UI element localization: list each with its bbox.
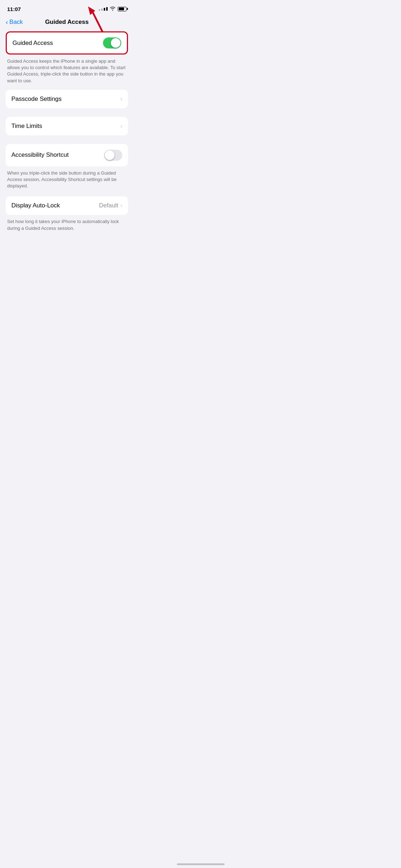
display-auto-lock-description: Set how long it takes your iPhone to aut…: [6, 217, 128, 237]
status-icons: [99, 6, 127, 12]
display-auto-lock-section: Display Auto-Lock Default › Set how long…: [6, 196, 128, 237]
display-auto-lock-value: Default: [99, 202, 118, 209]
display-auto-lock-row[interactable]: Display Auto-Lock Default ›: [6, 196, 128, 215]
accessibility-shortcut-section: Accessibility Shortcut When you triple-c…: [6, 144, 128, 197]
back-button[interactable]: ‹ Back: [6, 19, 23, 26]
accessibility-shortcut-row[interactable]: Accessibility Shortcut: [6, 144, 128, 166]
toggle-thumb: [111, 38, 120, 48]
battery-icon: [118, 7, 127, 11]
wifi-icon: [110, 6, 115, 12]
nav-title: Guided Access: [45, 19, 88, 26]
accessibility-shortcut-label: Accessibility Shortcut: [11, 151, 69, 159]
time-limits-chevron-icon: ›: [120, 123, 122, 129]
guided-access-toggle[interactable]: [103, 37, 121, 48]
passcode-settings-row[interactable]: Passcode Settings ›: [6, 90, 128, 108]
accessibility-shortcut-toggle[interactable]: [104, 150, 122, 161]
time-limits-label: Time Limits: [11, 123, 42, 130]
guided-access-label: Guided Access: [12, 40, 53, 47]
passcode-settings-label: Passcode Settings: [11, 95, 62, 103]
display-auto-lock-label: Display Auto-Lock: [11, 202, 60, 209]
display-auto-lock-value-group: Default ›: [99, 202, 122, 209]
passcode-settings-chevron-icon: ›: [120, 96, 122, 102]
accessibility-shortcut-description: When you triple-click the side button du…: [6, 169, 128, 197]
content-area: Guided Access Guided Access keeps the iP…: [0, 31, 134, 237]
time-limits-row[interactable]: Time Limits ›: [6, 117, 128, 135]
nav-bar: ‹ Back Guided Access: [0, 16, 134, 31]
back-label: Back: [9, 19, 23, 26]
guided-access-description: Guided Access keeps the iPhone in a sing…: [6, 56, 128, 90]
guided-access-row[interactable]: Guided Access: [6, 31, 128, 55]
status-time: 11:07: [7, 6, 21, 12]
display-auto-lock-chevron-icon: ›: [120, 202, 122, 209]
back-chevron-icon: ‹: [6, 19, 8, 25]
status-bar: 11:07: [0, 0, 134, 16]
accessibility-toggle-thumb: [105, 150, 114, 160]
guided-access-section: Guided Access: [6, 31, 128, 55]
signal-icon: [99, 7, 108, 11]
